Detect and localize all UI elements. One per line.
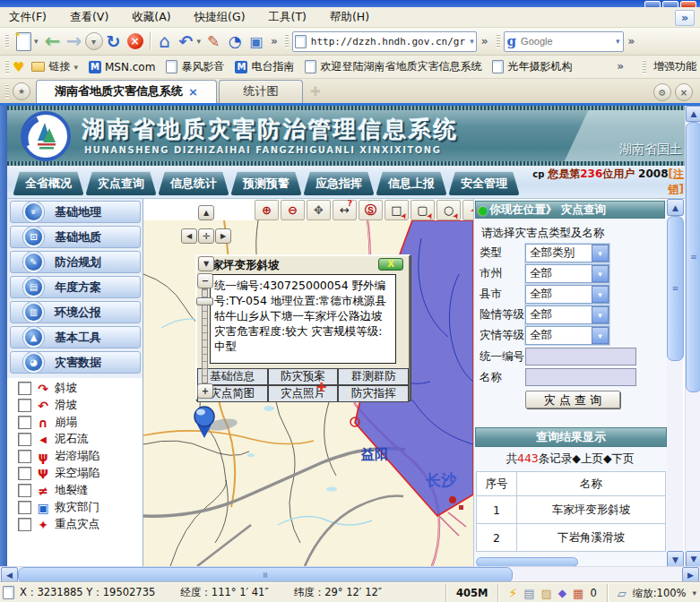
logout-link[interactable]: [注销] (669, 168, 684, 195)
hscroll-thumb[interactable]: ≡ (18, 567, 513, 583)
map-pan-button[interactable]: ✥ (307, 200, 331, 220)
map-rect-deselect-button[interactable]: ▢➤ (410, 200, 435, 220)
map-measure-button[interactable]: ↔? (333, 200, 357, 220)
checkbox-debris-flow[interactable] (18, 433, 31, 446)
map-zoom-out-button[interactable]: ⊖ (281, 200, 305, 220)
zoom-dropdown[interactable]: ▾ (692, 589, 696, 598)
type-select[interactable]: 全部类别▾ (525, 244, 609, 262)
chevron-down-icon[interactable]: ▾ (592, 245, 609, 262)
unified-id-input[interactable] (525, 348, 636, 366)
chevron-down-icon[interactable]: ▾ (592, 306, 609, 323)
url-input[interactable] (309, 35, 467, 48)
map-select-s-button[interactable]: Ⓢ (359, 200, 383, 220)
prev-page-link[interactable]: ◆上页 (572, 452, 603, 465)
search-overflow-chevron[interactable]: » (628, 35, 635, 47)
checkbox-fissure[interactable] (18, 484, 31, 497)
menu-view[interactable]: 查看(V) (70, 10, 108, 25)
checkbox-landslide[interactable] (18, 399, 31, 412)
map-rect-select-button[interactable]: □➤ (385, 200, 409, 220)
pan-left-button[interactable]: ◀ (181, 228, 197, 244)
zoom-slider-plus-button[interactable]: + (197, 383, 213, 399)
menu-help[interactable]: 帮助(H) (330, 10, 369, 25)
city-select[interactable]: 全部▾ (525, 264, 609, 283)
pan-up-button[interactable]: ▲ (198, 205, 214, 220)
pan-right-button[interactable]: ▶ (215, 228, 231, 244)
bookmark-hunan-disaster[interactable]: 欢迎登陆湖南省地质灾害信息系统 (305, 59, 481, 74)
sidebar-item-annual-plan[interactable]: ▤年度方案 (10, 276, 141, 298)
search-input[interactable] (519, 35, 613, 47)
nav-disaster-query[interactable]: 灾点查询 (85, 171, 157, 196)
bookmarks-grip[interactable] (5, 60, 9, 74)
pan-center-button[interactable]: ✛ (198, 228, 214, 244)
popup-btn-group-monitor[interactable]: 群测群防 (338, 368, 409, 385)
chevron-down-icon[interactable]: ▾ (592, 327, 609, 344)
bookmark-msn[interactable]: MMSN.com (89, 61, 155, 73)
enhance-features[interactable]: 增强功能 (639, 59, 696, 74)
hscroll-right-button[interactable]: ▶ (682, 567, 699, 583)
tab-main-active[interactable]: 湖南省地质灾害信息系统 × (36, 80, 217, 103)
sidebar-item-basic-tools[interactable]: ▲基本工具 (10, 326, 141, 348)
menu-quickgroup[interactable]: 快捷组(G) (194, 10, 246, 25)
undo-dropdown[interactable]: ▾ (197, 37, 202, 46)
tab-tools-button[interactable]: ⚙ (653, 83, 671, 101)
result-row-name[interactable]: 下岩角溪滑坡 (517, 524, 666, 552)
nav-forecast-warning[interactable]: 预测预警 (230, 171, 302, 196)
checkbox-karst[interactable] (18, 450, 31, 463)
menu-file[interactable]: 文件(F) (9, 10, 47, 25)
urlbar-grip[interactable] (285, 34, 289, 48)
boost-bolt-icon[interactable]: ⚡ (508, 586, 517, 600)
checkbox-rescue[interactable] (18, 501, 31, 514)
url-dropdown[interactable]: ▾ (470, 37, 474, 46)
popup-close-button[interactable]: X (378, 258, 403, 271)
sidebar-item-env-bulletin[interactable]: ▥环境公报 (10, 301, 141, 323)
checkbox-mining[interactable] (18, 467, 31, 480)
tab-close-all-button[interactable]: × (675, 83, 693, 101)
search-dropdown[interactable]: ▾ (616, 37, 620, 46)
query-button[interactable]: 灾 点 查 询 (525, 391, 620, 408)
sidebar-item-base-geology[interactable]: ⊡基础地质 (10, 226, 141, 248)
zoom-slider-handle[interactable] (196, 297, 213, 305)
title-bar[interactable] (0, 0, 700, 7)
bookmark-links-folder[interactable]: 链接▾ (31, 59, 78, 74)
nav-emergency-command[interactable]: 应急指挥 (303, 171, 375, 196)
nav-info-report[interactable]: 信息上报 (376, 171, 447, 196)
county-select[interactable]: 全部▾ (525, 285, 609, 304)
popup-btn-prevention-plan[interactable]: 防灾预案 (268, 368, 339, 385)
bookmark-storm-player[interactable]: 暴风影音 (166, 59, 224, 74)
new-folder-icon[interactable]: ▨ (541, 587, 552, 600)
url-overflow-chevron[interactable]: » (481, 35, 488, 47)
ad-blocker-icon[interactable]: ▦ (573, 587, 583, 600)
browser-scroll-down-button[interactable]: ▼ (686, 551, 700, 567)
tab-star-button[interactable]: ★ (13, 82, 30, 100)
nav-info-statistics[interactable]: 信息统计 (158, 171, 229, 196)
sidebar-item-prevention-plan[interactable]: ✎防治规划 (10, 251, 141, 273)
toolbar-overflow-chevron[interactable]: » (271, 35, 278, 47)
panel-hscroll-thumb[interactable] (476, 557, 578, 566)
map-circle-select-button[interactable]: ○➤ (436, 200, 461, 220)
menu-favorites[interactable]: 收藏(A) (132, 10, 170, 25)
new-page-button[interactable]: ★ (13, 30, 34, 52)
checkbox-slope[interactable] (18, 382, 31, 395)
next-page-link[interactable]: ◆下页 (603, 452, 635, 465)
favorites-heart-icon[interactable]: ♥ (13, 59, 24, 75)
map-zoom-in-button[interactable]: ⊕ (255, 200, 279, 220)
popup-btn-site-photo[interactable]: 灾点照片 (268, 385, 339, 402)
screen-capture-button[interactable]: ▣ (246, 30, 267, 52)
result-row-name[interactable]: 车家坪变形斜坡 (517, 496, 666, 524)
stop-button[interactable]: × (125, 30, 146, 52)
panel-scroll-up-button[interactable]: ▲ (667, 199, 684, 216)
sidebar-item-disaster-data[interactable]: ◕灾害数据 (10, 351, 141, 374)
nav-province-overview[interactable]: 全省概况 (13, 171, 84, 196)
bookmark-radio-guide[interactable]: M电台指南 (235, 59, 294, 74)
pan-down-button[interactable]: ▼ (198, 256, 214, 271)
risk-level-select[interactable]: 全部▾ (525, 305, 609, 324)
back-button[interactable]: ← (42, 30, 64, 52)
checkbox-collapse[interactable] (18, 416, 31, 429)
printer-icon[interactable]: ▤ (523, 587, 534, 600)
menu-tools[interactable]: 工具(T) (269, 10, 307, 25)
map-point-select-button[interactable]: ➤ (462, 200, 473, 220)
tab-close-icon[interactable]: × (188, 85, 198, 99)
bookmarks-overflow-chevron[interactable]: » (617, 60, 624, 73)
undo-button[interactable]: ↶ (176, 30, 197, 52)
browser-scroll-thumb[interactable]: ≡ (686, 122, 700, 392)
